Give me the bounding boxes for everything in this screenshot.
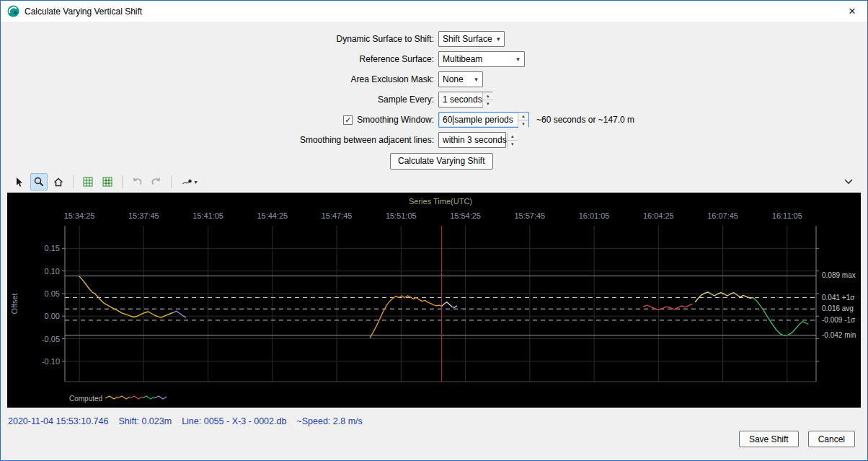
spin-down-icon[interactable]: ▾: [508, 141, 518, 148]
zoom-tool-button[interactable]: [30, 173, 48, 190]
smoothing-window-value: 60: [439, 115, 452, 125]
spinner-buttons[interactable]: ▴ ▾: [518, 113, 528, 127]
x-tick-label: 15:51:05: [386, 211, 417, 220]
smoothing-window-note: ~60 seconds or ~147.0 m: [536, 115, 634, 125]
row-smoothing-window: ✓ Smoothing Window: 60 sample periods ▴ …: [1, 110, 867, 130]
series-computed-e: [753, 298, 809, 336]
legend-sample-line: [118, 396, 130, 399]
row-reference-surface: Reference Surface: Multibeam ▾: [1, 49, 867, 69]
undo-icon: [131, 176, 143, 188]
x-tick-label: 16:04:25: [643, 211, 674, 220]
grid-snap-button[interactable]: [99, 173, 116, 190]
row-smoothing-adjacent: Smoothing between adjacent lines: within…: [1, 130, 867, 150]
text-caret: [453, 115, 453, 125]
save-shift-button[interactable]: Save Shift: [739, 431, 799, 447]
area-exclusion-label: Area Exclusion Mask:: [1, 74, 436, 84]
grid-icon: [82, 176, 94, 188]
smoothing-window-label: Smoothing Window:: [357, 115, 434, 125]
smoothing-window-checkbox[interactable]: ✓: [343, 115, 353, 125]
shift-offset-chart[interactable]: Series Time(UTC)15:34:2515:37:4515:41:05…: [7, 193, 861, 408]
toolbar-separator: [122, 175, 123, 188]
close-icon[interactable]: ✕: [844, 6, 860, 17]
app-icon: [7, 5, 19, 17]
reference-surface-value: Multibeam: [439, 54, 512, 64]
dynamic-surface-label: Dynamic Surface to Shift:: [1, 34, 436, 44]
spin-down-icon[interactable]: ▾: [483, 100, 493, 107]
stat-label: -0.009 -1σ: [822, 316, 856, 324]
x-tick-label: 15:41:05: [192, 211, 223, 220]
window-title: Calculate Varying Vertical Shift: [25, 6, 142, 17]
legend-sample-line: [130, 396, 142, 399]
x-tick-label: 15:44:25: [257, 211, 288, 220]
chevron-down-icon: ▾: [512, 56, 524, 63]
row-area-exclusion: Area Exclusion Mask: None ▾: [1, 69, 867, 89]
spinner-buttons[interactable]: ▴ ▾: [482, 92, 493, 107]
x-tick-label: 16:01:05: [579, 211, 610, 220]
chevron-down-icon: ▾: [492, 35, 505, 43]
smoothing-adjacent-spinbox[interactable]: within 3 seconds ▴ ▾: [438, 132, 506, 148]
spinner-buttons[interactable]: ▴ ▾: [507, 133, 518, 147]
y-tick-label: 0.05: [45, 289, 60, 298]
shift-chart-panel[interactable]: Series Time(UTC)15:34:2515:37:4515:41:05…: [7, 193, 861, 408]
reference-surface-label: Reference Surface:: [1, 54, 436, 64]
area-exclusion-combo[interactable]: None ▾: [438, 71, 483, 87]
spin-up-icon[interactable]: ▴: [483, 92, 493, 100]
redo-button[interactable]: [148, 173, 165, 190]
series-computed-b: [370, 296, 442, 338]
status-timestamp: 2020-11-04 15:53:10.746: [8, 416, 108, 426]
series-computed-a: [79, 276, 173, 317]
spin-down-icon[interactable]: ▾: [518, 120, 528, 128]
home-view-button[interactable]: [50, 173, 67, 190]
smoothing-window-input[interactable]: 60 sample periods ▴ ▾: [438, 112, 529, 128]
dynamic-surface-value: Shift Surface: [439, 34, 492, 44]
status-line: Line: 0055 - X-3 - 0002.db: [182, 416, 286, 426]
cancel-button[interactable]: Cancel: [808, 431, 855, 447]
x-tick-label: 15:57:45: [514, 211, 545, 220]
spin-up-icon[interactable]: ▴: [508, 133, 518, 141]
chevron-down-icon: ▾: [470, 76, 482, 83]
collapse-panel-button[interactable]: [840, 173, 857, 190]
y-tick-label: -0.10: [42, 357, 60, 366]
grid-toggle-button[interactable]: [79, 173, 97, 190]
status-speed: ~Speed: 2.8 m/s: [296, 416, 362, 426]
calculate-varying-vertical-shift-dialog: Calculate Varying Vertical Shift ✕ Dynam…: [0, 0, 868, 461]
undo-button[interactable]: [128, 173, 146, 190]
stat-label: 0.016 avg: [822, 304, 854, 312]
stat-label: 0.041 +1σ: [822, 294, 855, 302]
status-shift: Shift: 0.023m: [118, 416, 172, 426]
stat-label: 0.089 max: [822, 271, 856, 279]
chevron-down-icon: ▾: [194, 179, 197, 185]
row-calculate: Calculate Varying Shift: [1, 150, 867, 172]
area-exclusion-value: None: [439, 74, 470, 84]
x-tick-label: 15:34:25: [64, 211, 95, 220]
reference-surface-combo[interactable]: Multibeam ▾: [438, 51, 525, 67]
toolbar-separator: [171, 175, 172, 188]
series-computed-a-tail: [173, 311, 186, 317]
form-panel: Dynamic Surface to Shift: Shift Surface …: [1, 22, 867, 172]
titlebar[interactable]: Calculate Varying Vertical Shift ✕: [1, 1, 867, 22]
x-tick-label: 15:54:25: [450, 211, 481, 220]
pick-point-tool-button[interactable]: ▾: [177, 173, 202, 190]
chart-toolbar: ▾: [1, 172, 867, 192]
calculate-varying-shift-button[interactable]: Calculate Varying Shift: [390, 153, 493, 170]
sample-every-spinbox[interactable]: 1 seconds ▴ ▾: [438, 92, 493, 107]
pointer-icon: [14, 176, 25, 188]
y-tick-label: 0.00: [45, 312, 60, 320]
x-tick-label: 15:47:45: [322, 211, 353, 220]
magnifier-icon: [33, 176, 45, 188]
chevron-down-icon: [843, 176, 854, 188]
y-tick-label: -0.05: [42, 335, 60, 343]
legend-sample-line: [154, 396, 167, 399]
smoothing-adjacent-label: Smoothing between adjacent lines:: [1, 135, 436, 145]
check-icon: ✓: [345, 116, 351, 124]
pointer-tool-button[interactable]: [11, 173, 28, 190]
dynamic-surface-combo[interactable]: Shift Surface ▾: [438, 31, 505, 47]
legend-sample-line: [142, 396, 154, 399]
x-tick-label: 16:07:45: [707, 211, 738, 220]
row-sample-every: Sample Every: 1 seconds ▴ ▾: [1, 89, 867, 110]
spin-up-icon[interactable]: ▴: [518, 113, 528, 120]
x-tick-label: 16:11:05: [772, 211, 802, 220]
redo-icon: [151, 176, 162, 188]
sample-every-value: 1 seconds: [439, 95, 482, 105]
series-computed-b-tail: [442, 302, 457, 308]
